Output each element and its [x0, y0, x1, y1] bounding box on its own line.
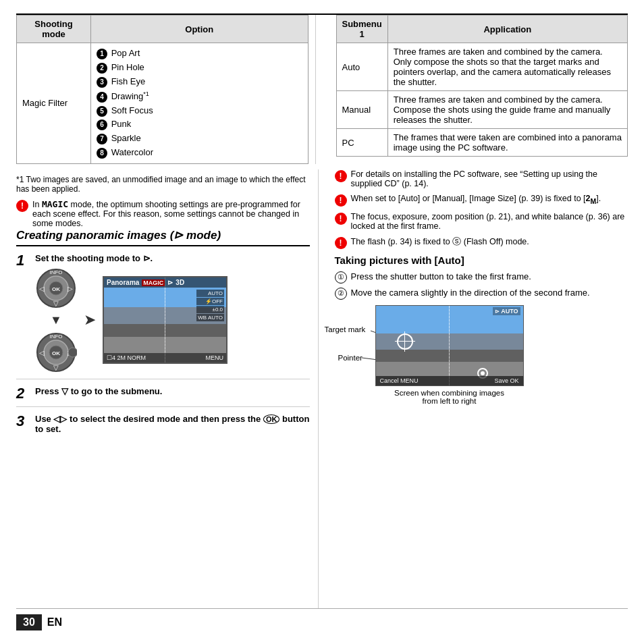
step-2-label: Press ▽ to go to the submenu. — [35, 386, 310, 396]
pic-step-1: ① Press the shutter button to take the f… — [335, 271, 628, 284]
table-row: Manual Three frames are taken and combin… — [336, 91, 628, 129]
pano-bottom-bar: Cancel MENU Save OK — [376, 376, 523, 385]
page-number: 30 — [16, 614, 42, 630]
application-auto: Three frames are taken and combined by t… — [387, 43, 627, 91]
list-item: 8 Watercolor — [97, 146, 302, 160]
warning-box: ! In MAGIC mode, the optimum shooting se… — [16, 199, 310, 228]
lcd-icon-ev: ±0.0 — [196, 306, 224, 313]
pano-top-bar: ⊳ AUTO — [493, 307, 520, 315]
lcd-icon-off: ⚡OFF — [196, 298, 224, 305]
step-number-3: 3 — [16, 414, 30, 429]
step-2: 2 Press ▽ to go to the submenu. — [16, 386, 310, 407]
down-arrow-icon: ▼ — [35, 313, 77, 327]
right-panel: Submenu 1 Application Auto Three frames … — [329, 15, 628, 164]
svg-text:◁: ◁ — [39, 285, 45, 292]
list-item: 5 Soft Focus — [97, 104, 302, 118]
list-item: 2 Pin Hole — [97, 61, 302, 75]
lcd-top-bar: Panorama MAGIC ⊳ 3D — [104, 277, 226, 288]
lcd-bottom-bar: ☐4 2M NORM MENU — [104, 353, 226, 363]
num-1: 1 — [97, 49, 107, 59]
application-manual: Three frames are taken and combined by t… — [387, 91, 627, 129]
dial2-svg: OK INFO ◁ ▷ ▽ — [35, 331, 77, 373]
dial-svg: OK INFO ◁ ▷ ▽ — [35, 267, 77, 309]
ok-button-label: OK — [263, 414, 280, 424]
lcd-bottom-info: ☐4 2M NORM — [107, 354, 146, 361]
info-icon-1: ! — [335, 170, 347, 182]
pic-step-1-text: Press the shutter button to take the fir… — [351, 271, 531, 281]
magic-label: MAGIC — [42, 199, 68, 209]
pano-image: ⊳ AUTO — [375, 305, 524, 386]
application-pc: The frames that were taken are combined … — [387, 129, 627, 157]
magic-badge: MAGIC — [142, 279, 165, 286]
lcd-right-icons: AUTO ⚡OFF ±0.0 WB AUTO — [196, 290, 224, 321]
svg-text:OK: OK — [52, 350, 60, 356]
lcd-icon-wb: WB AUTO — [196, 314, 224, 321]
svg-text:INFO: INFO — [49, 333, 62, 340]
crosshair — [395, 331, 415, 352]
pano-auto-icon: ⊳ — [495, 308, 500, 315]
footnote: *1 Two images are saved, an unmodified i… — [16, 175, 310, 194]
pic-step-2: ② Move the camera slightly in the direct… — [335, 288, 628, 300]
info-text-3: The focus, exposure, zoom position (p. 2… — [351, 212, 628, 231]
pano-guide-line — [449, 306, 450, 385]
step-2-content: Press ▽ to go to the submenu. — [35, 386, 310, 400]
col-header-shooting-mode: Shooting mode — [17, 16, 91, 43]
svg-point-16 — [68, 348, 77, 357]
lcd-screen: Panorama MAGIC ⊳ 3D AUTO ⚡OFF ±0.0 WB AU… — [103, 276, 227, 364]
shooting-mode-table: Shooting mode Option Magic Filter 1 Pop … — [16, 15, 308, 164]
page-footer: 30 EN — [16, 608, 628, 630]
num-3: 3 — [97, 77, 107, 88]
num-4: 4 — [97, 92, 107, 103]
svg-text:▷: ▷ — [68, 285, 73, 292]
info-row-2: ! When set to [Auto] or [Manual], [Image… — [335, 194, 628, 207]
left-content: *1 Two images are saved, an unmodified i… — [16, 169, 319, 608]
info-row-1: ! For details on installing the PC softw… — [335, 169, 628, 188]
svg-text:▽: ▽ — [53, 364, 59, 371]
options-cell: 1 Pop Art 2 Pin Hole 3 Fish Eye 4 Drawin… — [91, 43, 308, 164]
warning-icon: ! — [16, 200, 28, 212]
top-section: Shooting mode Option Magic Filter 1 Pop … — [16, 14, 628, 164]
lcd-menu-label: MENU — [206, 354, 224, 361]
table-row: Auto Three frames are taken and combined… — [336, 43, 628, 91]
step-3-label: Use ◁▷ to select the desired mode and th… — [35, 414, 310, 434]
left-panel: Shooting mode Option Magic Filter 1 Pop … — [16, 15, 316, 164]
pano-caption: Screen when combining imagesfrom left to… — [375, 389, 524, 405]
step-number-2: 2 — [16, 386, 30, 401]
table-row: PC The frames that were taken are combin… — [336, 129, 628, 157]
svg-text:INFO: INFO — [49, 269, 62, 275]
svg-text:▽: ▽ — [53, 300, 59, 307]
col-header-submenu: Submenu 1 — [336, 16, 387, 43]
info-text-1: For details on installing the PC softwar… — [351, 169, 628, 188]
submenu-table: Submenu 1 Application Auto Three frames … — [336, 15, 628, 157]
step-1-content: Set the shooting mode to ⊳. OK — [35, 253, 310, 373]
step-3-content: Use ◁▷ to select the desired mode and th… — [35, 414, 310, 438]
warning-text: In MAGIC mode, the optimum shooting sett… — [32, 199, 310, 228]
pic-step-2-text: Move the camera slightly in the directio… — [351, 288, 590, 298]
submenu-manual: Manual — [336, 91, 387, 129]
lcd-panorama-label: Panorama — [107, 279, 139, 286]
mode-cell: Magic Filter — [17, 43, 91, 164]
pointer-label: Pointer — [338, 354, 363, 362]
target-mark-crosshair — [395, 331, 415, 352]
list-item: 7 Sparkle — [97, 132, 302, 146]
lcd-3d-label: 3D — [176, 279, 184, 286]
lcd-mode-icon: ⊳ — [167, 279, 173, 286]
page: Shooting mode Option Magic Filter 1 Pop … — [0, 0, 644, 644]
num-8: 8 — [97, 148, 107, 159]
bottom-dial: OK INFO ◁ ▷ ▽ — [35, 331, 77, 373]
table-row: Magic Filter 1 Pop Art 2 Pin Hole 3 Fish… — [17, 43, 308, 164]
list-item: 3 Fish Eye — [97, 75, 302, 89]
circle-step-2: ② — [335, 288, 347, 300]
num-7: 7 — [97, 134, 107, 144]
circle-step-1: ① — [335, 271, 347, 284]
step-number-1: 1 — [16, 253, 30, 268]
right-content: ! For details on installing the PC softw… — [332, 169, 628, 608]
camera-buttons-group: OK INFO ◁ ▷ ▽ ▼ — [35, 267, 77, 373]
info-row-4: ! The flash (p. 34) is fixed to ⓢ (Flash… — [335, 236, 628, 249]
col-header-option: Option — [91, 16, 308, 43]
info-text-4: The flash (p. 34) is fixed to ⓢ (Flash O… — [351, 236, 529, 248]
list-item: 6 Punk — [97, 117, 302, 132]
info-text-2: When set to [Auto] or [Manual], [Image S… — [351, 194, 601, 205]
list-item: 1 Pop Art — [97, 47, 302, 61]
num-5: 5 — [97, 106, 107, 117]
